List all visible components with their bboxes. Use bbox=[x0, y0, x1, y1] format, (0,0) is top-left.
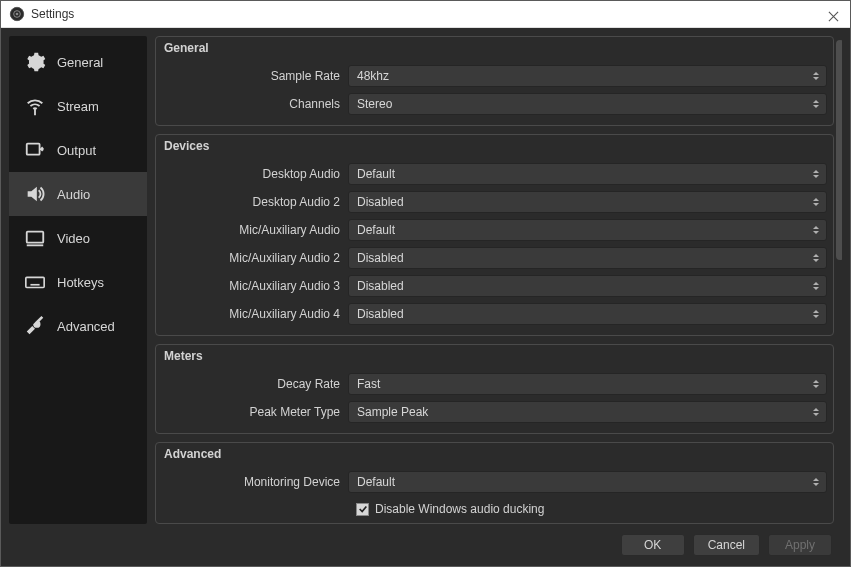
spinner-icon bbox=[810, 305, 822, 323]
dropdown-value: Stereo bbox=[349, 97, 392, 111]
sidebar-item-label: Advanced bbox=[57, 319, 115, 334]
keyboard-icon bbox=[23, 270, 47, 294]
group-title: General bbox=[164, 41, 209, 55]
dropdown-mic-aux[interactable]: Default bbox=[348, 219, 827, 241]
audio-icon bbox=[23, 182, 47, 206]
output-icon bbox=[23, 138, 47, 162]
label-mic-aux-2: Mic/Auxiliary Audio 2 bbox=[162, 251, 348, 265]
groupbox-general: General Sample Rate 48khz Channels Ster bbox=[155, 36, 834, 126]
spinner-icon bbox=[810, 67, 822, 85]
dropdown-value: Disabled bbox=[349, 279, 404, 293]
dropdown-value: Default bbox=[349, 167, 395, 181]
gear-icon bbox=[23, 50, 47, 74]
dropdown-value: Disabled bbox=[349, 195, 404, 209]
main-area: General Stream Output bbox=[9, 36, 842, 524]
dropdown-value: Disabled bbox=[349, 307, 404, 321]
ok-button[interactable]: OK bbox=[621, 534, 685, 556]
group-title: Meters bbox=[164, 349, 203, 363]
sidebar-item-label: General bbox=[57, 55, 103, 70]
sidebar-item-audio[interactable]: Audio bbox=[9, 172, 147, 216]
body: General Stream Output bbox=[1, 28, 850, 566]
sidebar-item-label: Stream bbox=[57, 99, 99, 114]
tools-icon bbox=[23, 314, 47, 338]
label-channels: Channels bbox=[162, 97, 348, 111]
svg-rect-7 bbox=[26, 277, 44, 287]
groupbox-meters: Meters Decay Rate Fast Peak Meter Type bbox=[155, 344, 834, 434]
spinner-icon bbox=[810, 473, 822, 491]
label-mic-aux-3: Mic/Auxiliary Audio 3 bbox=[162, 279, 348, 293]
content: General Sample Rate 48khz Channels Ster bbox=[155, 36, 842, 524]
dropdown-decay-rate[interactable]: Fast bbox=[348, 373, 827, 395]
dropdown-value: Sample Peak bbox=[349, 405, 428, 419]
content-wrap: General Sample Rate 48khz Channels Ster bbox=[155, 36, 842, 524]
monitor-icon bbox=[23, 226, 47, 250]
spinner-icon bbox=[810, 375, 822, 393]
sidebar: General Stream Output bbox=[9, 36, 147, 524]
label-mic-aux-4: Mic/Auxiliary Audio 4 bbox=[162, 307, 348, 321]
label-sample-rate: Sample Rate bbox=[162, 69, 348, 83]
dropdown-desktop-audio[interactable]: Default bbox=[348, 163, 827, 185]
sidebar-item-stream[interactable]: Stream bbox=[9, 84, 147, 128]
dropdown-value: 48khz bbox=[349, 69, 389, 83]
label-desktop-audio-2: Desktop Audio 2 bbox=[162, 195, 348, 209]
dropdown-value: Disabled bbox=[349, 251, 404, 265]
window-title: Settings bbox=[31, 7, 74, 21]
label-monitoring-device: Monitoring Device bbox=[162, 475, 348, 489]
dropdown-mic-aux-3[interactable]: Disabled bbox=[348, 275, 827, 297]
close-button[interactable] bbox=[824, 7, 842, 25]
dropdown-mic-aux-2[interactable]: Disabled bbox=[348, 247, 827, 269]
dropdown-monitoring-device[interactable]: Default bbox=[348, 471, 827, 493]
sidebar-item-hotkeys[interactable]: Hotkeys bbox=[9, 260, 147, 304]
group-title: Devices bbox=[164, 139, 209, 153]
group-title: Advanced bbox=[164, 447, 221, 461]
apply-button[interactable]: Apply bbox=[768, 534, 832, 556]
obs-icon bbox=[9, 6, 25, 22]
svg-rect-4 bbox=[27, 144, 40, 155]
spinner-icon bbox=[810, 403, 822, 421]
label-mic-aux: Mic/Auxiliary Audio bbox=[162, 223, 348, 237]
spinner-icon bbox=[810, 221, 822, 239]
broadcast-icon bbox=[23, 94, 47, 118]
dropdown-sample-rate[interactable]: 48khz bbox=[348, 65, 827, 87]
dropdown-desktop-audio-2[interactable]: Disabled bbox=[348, 191, 827, 213]
spinner-icon bbox=[810, 95, 822, 113]
label-audio-ducking: Disable Windows audio ducking bbox=[375, 502, 544, 516]
sidebar-item-label: Video bbox=[57, 231, 90, 246]
sidebar-item-label: Hotkeys bbox=[57, 275, 104, 290]
spinner-icon bbox=[810, 193, 822, 211]
sidebar-item-label: Audio bbox=[57, 187, 90, 202]
footer: OK Cancel Apply bbox=[9, 524, 842, 558]
sidebar-item-label: Output bbox=[57, 143, 96, 158]
groupbox-advanced: Advanced Monitoring Device Default bbox=[155, 442, 834, 524]
checkbox-audio-ducking[interactable] bbox=[356, 503, 369, 516]
cancel-button[interactable]: Cancel bbox=[693, 534, 760, 556]
sidebar-item-output[interactable]: Output bbox=[9, 128, 147, 172]
settings-window: Settings General Stream bbox=[0, 0, 851, 567]
groupbox-devices: Devices Desktop Audio Default Desktop Au… bbox=[155, 134, 834, 336]
svg-point-2 bbox=[16, 13, 19, 16]
dropdown-peak-meter-type[interactable]: Sample Peak bbox=[348, 401, 827, 423]
dropdown-channels[interactable]: Stereo bbox=[348, 93, 827, 115]
label-peak-meter-type: Peak Meter Type bbox=[162, 405, 348, 419]
sidebar-item-video[interactable]: Video bbox=[9, 216, 147, 260]
spinner-icon bbox=[810, 277, 822, 295]
sidebar-item-general[interactable]: General bbox=[9, 40, 147, 84]
dropdown-value: Fast bbox=[349, 377, 380, 391]
sidebar-item-advanced[interactable]: Advanced bbox=[9, 304, 147, 348]
titlebar: Settings bbox=[1, 1, 850, 28]
label-desktop-audio: Desktop Audio bbox=[162, 167, 348, 181]
svg-rect-5 bbox=[27, 232, 44, 243]
spinner-icon bbox=[810, 165, 822, 183]
dropdown-mic-aux-4[interactable]: Disabled bbox=[348, 303, 827, 325]
dropdown-value: Default bbox=[349, 223, 395, 237]
scrollbar[interactable] bbox=[836, 40, 842, 260]
dropdown-value: Default bbox=[349, 475, 395, 489]
spinner-icon bbox=[810, 249, 822, 267]
label-decay-rate: Decay Rate bbox=[162, 377, 348, 391]
